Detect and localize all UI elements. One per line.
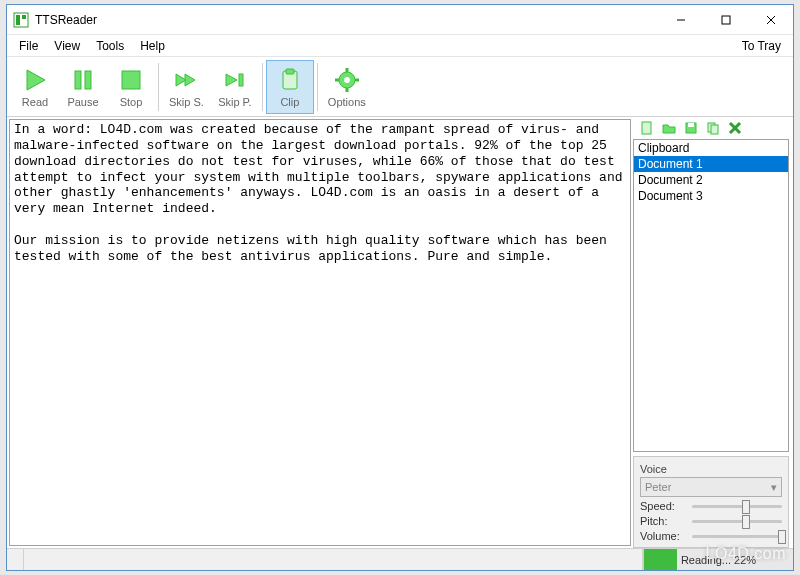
app-window: TTSReader File View Tools Help To Tray R…: [6, 4, 794, 571]
toolbar-separator: [262, 63, 263, 111]
speed-label: Speed:: [640, 500, 692, 512]
progress-label: Reading... 22%: [644, 549, 793, 570]
volume-thumb[interactable]: [778, 530, 786, 544]
pitch-thumb[interactable]: [742, 515, 750, 529]
status-cell: [7, 549, 24, 570]
menu-tools[interactable]: Tools: [88, 37, 132, 55]
window-controls: [658, 5, 793, 34]
read-label: Read: [22, 96, 48, 108]
document-toolbar: [633, 119, 789, 139]
voice-section-label: Voice: [640, 463, 782, 475]
chevron-down-icon: ▾: [771, 481, 777, 494]
stop-button[interactable]: Stop: [107, 60, 155, 114]
skip-next-icon: [221, 66, 249, 94]
skip-s-label: Skip S.: [169, 96, 204, 108]
clip-button[interactable]: Clip: [266, 60, 314, 114]
pitch-slider[interactable]: [692, 520, 782, 523]
play-icon: [21, 66, 49, 94]
volume-slider[interactable]: [692, 535, 782, 538]
volume-label: Volume:: [640, 530, 692, 542]
svg-rect-23: [642, 122, 651, 134]
skip-forward-icon: [172, 66, 200, 94]
svg-marker-13: [226, 74, 237, 86]
stop-icon: [117, 66, 145, 94]
toolbar-separator: [158, 63, 159, 111]
stop-label: Stop: [120, 96, 143, 108]
voice-selected: Peter: [645, 481, 671, 493]
pause-button[interactable]: Pause: [59, 60, 107, 114]
list-item[interactable]: Document 2: [634, 172, 788, 188]
voice-select[interactable]: Peter ▾: [640, 477, 782, 497]
clip-label: Clip: [280, 96, 299, 108]
document-list[interactable]: ClipboardDocument 1Document 2Document 3: [633, 139, 789, 452]
svg-rect-10: [122, 71, 140, 89]
menubar: File View Tools Help To Tray: [7, 35, 793, 57]
svg-rect-1: [16, 15, 20, 25]
open-doc-icon[interactable]: [661, 120, 677, 136]
svg-marker-12: [185, 74, 195, 86]
sidebar: ClipboardDocument 1Document 2Document 3 …: [633, 117, 793, 548]
text-editor[interactable]: In a word: LO4D.com was created because …: [9, 119, 631, 546]
main-area: In a word: LO4D.com was created because …: [7, 117, 793, 548]
speed-thumb[interactable]: [742, 500, 750, 514]
options-button[interactable]: Options: [321, 60, 373, 114]
progress-bar: Reading... 22%: [643, 549, 793, 570]
minimize-button[interactable]: [658, 5, 703, 34]
menu-help[interactable]: Help: [132, 37, 173, 55]
maximize-button[interactable]: [703, 5, 748, 34]
app-icon: [13, 12, 29, 28]
svg-rect-27: [711, 125, 718, 134]
close-button[interactable]: [748, 5, 793, 34]
svg-marker-7: [27, 70, 45, 90]
list-item[interactable]: Clipboard: [634, 140, 788, 156]
titlebar: TTSReader: [7, 5, 793, 35]
toolbar: Read Pause Stop Skip S. Skip P.: [7, 57, 793, 117]
skip-sentence-button[interactable]: Skip S.: [162, 60, 211, 114]
svg-rect-16: [286, 69, 294, 74]
status-spacer: [24, 549, 643, 570]
skip-paragraph-button[interactable]: Skip P.: [211, 60, 259, 114]
menu-view[interactable]: View: [46, 37, 88, 55]
voice-panel: Voice Peter ▾ Speed: Pitch:: [633, 456, 789, 548]
pitch-label: Pitch:: [640, 515, 692, 527]
pause-icon: [69, 66, 97, 94]
svg-point-18: [344, 77, 350, 83]
pause-label: Pause: [67, 96, 98, 108]
toolbar-separator: [317, 63, 318, 111]
skip-p-label: Skip P.: [218, 96, 251, 108]
statusbar: Reading... 22%: [7, 548, 793, 570]
list-item[interactable]: Document 1: [634, 156, 788, 172]
svg-rect-14: [239, 74, 243, 86]
svg-rect-9: [85, 71, 91, 89]
gear-icon: [333, 66, 361, 94]
save-doc-icon[interactable]: [683, 120, 699, 136]
svg-rect-25: [688, 123, 694, 127]
menu-file[interactable]: File: [11, 37, 46, 55]
copy-doc-icon[interactable]: [705, 120, 721, 136]
new-doc-icon[interactable]: [639, 120, 655, 136]
svg-rect-8: [75, 71, 81, 89]
options-label: Options: [328, 96, 366, 108]
svg-rect-4: [722, 16, 730, 24]
speed-slider[interactable]: [692, 505, 782, 508]
window-title: TTSReader: [35, 13, 97, 27]
delete-doc-icon[interactable]: [727, 120, 743, 136]
read-button[interactable]: Read: [11, 60, 59, 114]
list-item[interactable]: Document 3: [634, 188, 788, 204]
menu-to-tray[interactable]: To Tray: [734, 37, 789, 55]
svg-rect-2: [22, 15, 26, 19]
clipboard-icon: [276, 66, 304, 94]
